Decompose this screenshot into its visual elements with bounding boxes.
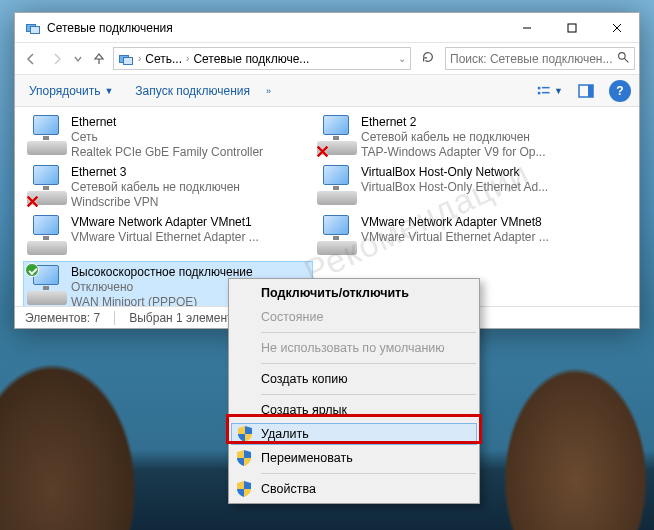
command-bar: Упорядочить ▼ Запуск подключения » ▼ ?: [15, 75, 639, 107]
connection-device: VirtualBox Host-Only Ethernet Ad...: [361, 180, 548, 195]
search-icon[interactable]: [617, 51, 630, 67]
shield-icon: [237, 481, 253, 497]
connection-status: Сеть: [71, 130, 263, 145]
connection-item[interactable]: VirtualBox Host-Only NetworkVirtualBox H…: [313, 161, 603, 211]
refresh-button[interactable]: [417, 50, 439, 67]
context-menu: Подключить/отключитьСостояниеНе использо…: [228, 278, 480, 504]
context-menu-item[interactable]: Создать ярлык: [231, 398, 477, 422]
connection-text: EthernetСетьRealtek PCIe GbE Family Cont…: [71, 115, 263, 160]
connection-text: VMware Network Adapter VMnet1VMware Virt…: [71, 215, 259, 245]
connection-name: VMware Network Adapter VMnet1: [71, 215, 259, 230]
organize-button[interactable]: Упорядочить ▼: [23, 81, 119, 101]
connection-device: VMware Virtual Ethernet Adapter ...: [361, 230, 549, 245]
connection-status: Сетевой кабель не подключен: [361, 130, 546, 145]
connection-name: VirtualBox Host-Only Network: [361, 165, 548, 180]
help-button[interactable]: ?: [609, 80, 631, 102]
svg-line-5: [624, 58, 628, 62]
address-bar[interactable]: › Сеть... › Сетевые подключе... ⌄: [113, 47, 411, 70]
shield-icon: [237, 450, 253, 466]
connection-status: Сетевой кабель не подключен: [71, 180, 240, 195]
network-adapter-icon: ✕: [317, 115, 357, 155]
network-adapter-icon: [27, 115, 67, 155]
connection-text: Ethernet 3Сетевой кабель не подключенWin…: [71, 165, 240, 210]
svg-rect-7: [538, 91, 541, 94]
connections-list: EthernetСетьRealtek PCIe GbE Family Cont…: [15, 107, 639, 306]
context-menu-label: Состояние: [261, 310, 323, 324]
address-icon: [118, 51, 134, 67]
nav-forward-button[interactable]: [45, 47, 69, 71]
context-menu-item[interactable]: Создать копию: [231, 367, 477, 391]
launch-connection-button[interactable]: Запуск подключения: [129, 81, 256, 101]
connection-name: Ethernet: [71, 115, 263, 130]
connection-item[interactable]: VMware Network Adapter VMnet1VMware Virt…: [23, 211, 313, 261]
error-overlay-icon: ✕: [315, 141, 331, 157]
status-selected: Выбран 1 элемент: [129, 311, 232, 325]
minimize-button[interactable]: [504, 13, 549, 42]
network-adapter-icon: [317, 215, 357, 255]
svg-rect-6: [538, 86, 541, 89]
context-menu-item[interactable]: Переименовать: [231, 446, 477, 470]
status-count: Элементов: 7: [25, 311, 100, 325]
overflow-chevron-icon[interactable]: »: [266, 86, 271, 96]
address-dropdown-icon[interactable]: ⌄: [396, 53, 408, 64]
context-menu-item[interactable]: Свойства: [231, 477, 477, 501]
maximize-button[interactable]: [549, 13, 594, 42]
connection-device: VMware Virtual Ethernet Adapter ...: [71, 230, 259, 245]
context-menu-item: Не использовать по умолчанию: [231, 336, 477, 360]
network-adapter-icon: [27, 215, 67, 255]
launch-label: Запуск подключения: [135, 84, 250, 98]
context-menu-label: Не использовать по умолчанию: [261, 341, 445, 355]
context-menu-label: Создать ярлык: [261, 403, 347, 417]
chevron-down-icon: ▼: [104, 86, 113, 96]
status-separator: [114, 311, 115, 325]
connection-item[interactable]: ✕Ethernet 2Сетевой кабель не подключенTA…: [313, 111, 603, 161]
connection-name: Ethernet 3: [71, 165, 240, 180]
shield-icon: [238, 426, 254, 442]
connection-item[interactable]: ✕Ethernet 3Сетевой кабель не подключенWi…: [23, 161, 313, 211]
breadcrumb-segment[interactable]: Сеть...: [143, 52, 184, 66]
context-menu-separator: [261, 394, 476, 395]
svg-point-4: [619, 52, 626, 59]
connection-item[interactable]: VMware Network Adapter VMnet8VMware Virt…: [313, 211, 603, 261]
search-box[interactable]: [445, 47, 635, 70]
chevron-down-icon: ▼: [554, 86, 563, 96]
context-menu-label: Свойства: [261, 482, 316, 496]
svg-rect-11: [588, 85, 593, 97]
window-title: Сетевые подключения: [47, 21, 504, 35]
breadcrumb-segment[interactable]: Сетевые подключе...: [191, 52, 311, 66]
nav-back-button[interactable]: [19, 47, 43, 71]
connection-device: TAP-Windows Adapter V9 for Op...: [361, 145, 546, 160]
nav-recent-button[interactable]: [71, 47, 85, 71]
connection-text: VMware Network Adapter VMnet8VMware Virt…: [361, 215, 549, 245]
network-adapter-icon: ✕: [27, 165, 67, 205]
enabled-overlay-icon: [25, 263, 39, 277]
connection-device: Realtek PCIe GbE Family Controller: [71, 145, 263, 160]
crumb-chevron-icon[interactable]: ›: [184, 53, 191, 64]
context-menu-separator: [261, 363, 476, 364]
connection-device: Windscribe VPN: [71, 195, 240, 210]
context-menu-separator: [261, 332, 476, 333]
nav-up-button[interactable]: [87, 47, 111, 71]
connection-name: Высокоскоростное подключение: [71, 265, 253, 280]
connection-name: VMware Network Adapter VMnet8: [361, 215, 549, 230]
view-options-button[interactable]: ▼: [537, 79, 563, 103]
organize-label: Упорядочить: [29, 84, 100, 98]
navigation-bar: › Сеть... › Сетевые подключе... ⌄: [15, 43, 639, 75]
titlebar[interactable]: Сетевые подключения: [15, 13, 639, 43]
search-input[interactable]: [450, 52, 613, 66]
network-adapter-icon: [27, 265, 67, 305]
window-icon: [25, 20, 41, 36]
connection-text: VirtualBox Host-Only NetworkVirtualBox H…: [361, 165, 548, 195]
connection-item[interactable]: EthernetСетьRealtek PCIe GbE Family Cont…: [23, 111, 313, 161]
context-menu-item[interactable]: Подключить/отключить: [231, 281, 477, 305]
connection-status: Отключено: [71, 280, 253, 295]
context-menu-label: Удалить: [261, 427, 309, 441]
close-button[interactable]: [594, 13, 639, 42]
context-menu-item[interactable]: Удалить: [231, 423, 477, 445]
connection-text: Ethernet 2Сетевой кабель не подключенTAP…: [361, 115, 546, 160]
crumb-chevron-icon[interactable]: ›: [136, 53, 143, 64]
context-menu-label: Подключить/отключить: [261, 286, 409, 300]
network-adapter-icon: [317, 165, 357, 205]
preview-pane-button[interactable]: [573, 79, 599, 103]
connection-name: Ethernet 2: [361, 115, 546, 130]
